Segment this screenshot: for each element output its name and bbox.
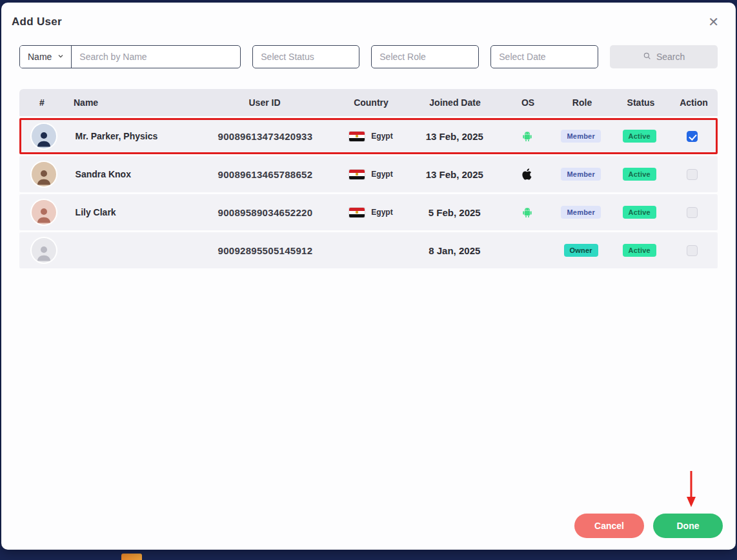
modal-footer: Cancel Done — [574, 514, 723, 538]
role-badge: Member — [561, 206, 600, 219]
row-select-checkbox[interactable] — [687, 245, 698, 256]
status-badge: Active — [623, 244, 656, 257]
joined-date: 5 Feb, 2025 — [429, 207, 481, 218]
name-search-input[interactable] — [72, 46, 240, 68]
search-button[interactable]: Search — [610, 45, 718, 68]
table-row: 90092895505145912 8 Jan, 2025 Owner Acti… — [19, 232, 718, 268]
egypt-flag-icon — [349, 208, 365, 217]
status-badge: Active — [623, 206, 656, 219]
person-icon — [34, 205, 54, 225]
user-id: 90089589034652220 — [217, 207, 312, 218]
role-badge: Member — [561, 130, 600, 143]
table-row: Sandra Knox 90089613465788652 Egypt 13 F… — [19, 156, 718, 192]
table-header-row: # Name User ID Country Joined Date OS Ro… — [19, 89, 718, 116]
modal-title: Add User — [12, 15, 62, 28]
user-name: Mr. Parker, Physics — [76, 131, 158, 141]
table-row: Lily Clark 90089589034652220 Egypt 5 Feb… — [19, 194, 718, 230]
date-select-input[interactable] — [490, 45, 598, 68]
row-select-checkbox[interactable] — [687, 169, 698, 180]
row-select-checkbox[interactable] — [687, 131, 698, 142]
status-select-input[interactable] — [252, 45, 359, 68]
country-name: Egypt — [371, 170, 392, 179]
users-table: # Name User ID Country Joined Date OS Ro… — [19, 89, 718, 268]
filter-bar: Name Search — [19, 45, 718, 68]
search-field-dropdown[interactable]: Name — [20, 46, 72, 68]
header-joined-date: Joined Date — [407, 97, 503, 108]
person-icon — [34, 243, 54, 263]
header-country: Country — [336, 97, 407, 108]
user-id: 90089613465788652 — [217, 169, 312, 180]
header-role: Role — [552, 97, 612, 108]
person-icon — [34, 167, 54, 186]
user-id: 90089613473420933 — [217, 131, 312, 142]
add-user-modal: Add User ✕ Name Search # Name User ID — [1, 3, 736, 550]
egypt-flag-icon — [349, 132, 365, 141]
avatar — [32, 200, 56, 225]
header-name: Name — [65, 97, 194, 108]
user-name: Sandra Knox — [76, 169, 131, 179]
apple-icon — [521, 168, 534, 181]
country-name: Egypt — [371, 132, 392, 141]
egypt-flag-icon — [349, 170, 365, 179]
name-search-group: Name — [19, 45, 241, 68]
header-index: # — [19, 97, 65, 108]
row-select-checkbox[interactable] — [687, 207, 698, 218]
status-badge: Active — [623, 168, 656, 181]
table-row: Mr. Parker, Physics 90089613473420933 Eg… — [19, 118, 718, 154]
search-button-label: Search — [656, 52, 685, 62]
background-thumbnail — [121, 554, 142, 560]
modal-header: Add User ✕ — [1, 3, 736, 30]
user-id: 90092895505145912 — [217, 245, 312, 256]
android-icon — [521, 206, 534, 219]
person-icon — [34, 129, 54, 148]
header-status: Status — [612, 97, 670, 108]
search-field-value: Name — [28, 52, 52, 62]
role-badge: Owner — [564, 244, 598, 257]
red-arrow-annotation — [684, 468, 698, 508]
avatar — [32, 238, 56, 263]
header-user-id: User ID — [194, 97, 336, 108]
joined-date: 8 Jan, 2025 — [429, 245, 480, 256]
joined-date: 13 Feb, 2025 — [426, 169, 483, 180]
cancel-button[interactable]: Cancel — [574, 514, 644, 538]
status-badge: Active — [623, 130, 656, 143]
chevron-down-icon — [57, 52, 65, 62]
role-select-input[interactable] — [371, 45, 479, 68]
header-action: Action — [670, 97, 718, 108]
joined-date: 13 Feb, 2025 — [426, 131, 483, 142]
avatar — [32, 124, 56, 148]
android-icon — [521, 130, 534, 143]
user-name: Lily Clark — [76, 207, 116, 217]
country-name: Egypt — [371, 208, 392, 217]
role-badge: Member — [561, 168, 600, 181]
header-os: OS — [503, 97, 552, 108]
done-button[interactable]: Done — [653, 514, 723, 538]
search-icon — [643, 52, 652, 63]
avatar — [32, 162, 56, 186]
close-button[interactable]: ✕ — [705, 14, 722, 30]
